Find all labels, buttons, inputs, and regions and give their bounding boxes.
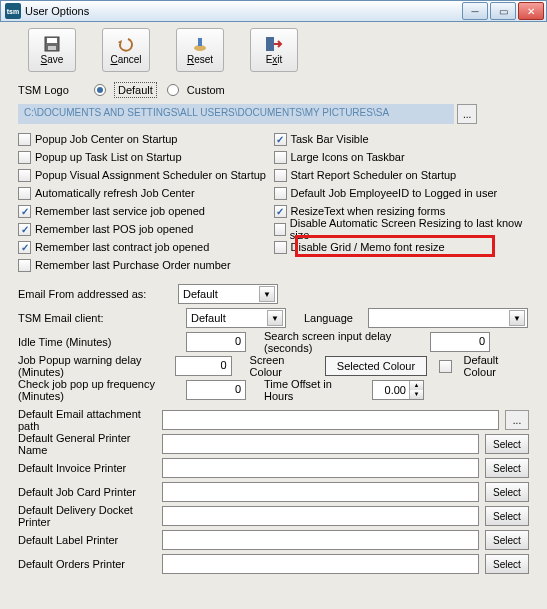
radio-custom-label: Custom	[187, 84, 225, 96]
chk-popup-jobcenter[interactable]	[18, 133, 31, 146]
chk-taskbar-visible[interactable]	[274, 133, 287, 146]
chk-disable-grid-resize[interactable]	[274, 241, 287, 254]
cancel-label: ancel	[118, 54, 142, 65]
chevron-down-icon: ▼	[509, 310, 525, 326]
printer-label-select[interactable]: Select	[485, 530, 529, 550]
chk-remember-contract[interactable]	[18, 241, 31, 254]
reset-icon	[190, 35, 210, 53]
printer-delivery-select[interactable]: Select	[485, 506, 529, 526]
radio-default[interactable]	[94, 84, 106, 96]
chk-remember-po[interactable]	[18, 259, 31, 272]
printer-orders-input[interactable]	[162, 554, 479, 574]
undo-icon	[116, 35, 136, 53]
printer-jobcard-input[interactable]	[162, 482, 479, 502]
chk-popup-tasklist[interactable]	[18, 151, 31, 164]
search-delay-label: Search screen input delay (seconds)	[264, 330, 422, 354]
minimize-button[interactable]: ─	[462, 2, 488, 20]
chk-remember-service-label: Remember last service job opened	[35, 205, 205, 217]
printer-label-input[interactable]	[162, 530, 479, 550]
save-icon	[42, 35, 62, 53]
chk-remember-po-label: Remember last Purchase Order number	[35, 259, 231, 271]
chk-disable-autoresize[interactable]	[274, 223, 286, 236]
chk-large-icons-label: Large Icons on Taskbar	[291, 151, 405, 163]
app-icon: tsm	[5, 3, 21, 19]
attach-browse-button[interactable]: ...	[505, 410, 529, 430]
printer-label-label: Default Label Printer	[18, 534, 162, 546]
printer-jobcard-select[interactable]: Select	[485, 482, 529, 502]
check-freq-input[interactable]: 0	[186, 380, 246, 400]
chevron-down-icon: ▼	[259, 286, 275, 302]
chk-popup-vas-label: Popup Visual Assignment Scheduler on Sta…	[35, 169, 266, 181]
printer-orders-label: Default Orders Printer	[18, 558, 162, 570]
exit-icon	[264, 35, 284, 53]
screen-colour-label: Screen Colour	[250, 354, 317, 378]
reset-button[interactable]: Reset	[176, 28, 224, 72]
svg-rect-2	[48, 46, 56, 50]
radio-default-label: Default	[114, 82, 157, 98]
chk-resize-text[interactable]	[274, 205, 287, 218]
search-delay-input[interactable]: 0	[430, 332, 490, 352]
email-from-combo[interactable]: Default▼	[178, 284, 278, 304]
window-title: User Options	[25, 5, 89, 17]
printer-delivery-label: Default Delivery Docket Printer	[18, 504, 162, 528]
time-offset-spinner[interactable]: 0.00 ▲▼	[372, 380, 424, 400]
close-button[interactable]: ✕	[518, 2, 544, 20]
printer-general-label: Default General Printer Name	[18, 432, 162, 456]
printer-jobcard-label: Default Job Card Printer	[18, 486, 162, 498]
save-button[interactable]: Save	[28, 28, 76, 72]
tsm-email-value: Default	[191, 312, 226, 324]
svg-rect-1	[47, 38, 57, 43]
chk-auto-refresh[interactable]	[18, 187, 31, 200]
chk-large-icons[interactable]	[274, 151, 287, 164]
save-label: ave	[47, 54, 63, 65]
exit-button[interactable]: Exit	[250, 28, 298, 72]
content-area: Save Cancel Reset Exit TSM Logo Default …	[0, 22, 547, 609]
time-offset-label: Time Offset in Hours	[264, 378, 364, 402]
title-bar: tsm User Options ─ ▭ ✕	[0, 0, 547, 22]
email-from-value: Default	[183, 288, 218, 300]
printer-orders-select[interactable]: Select	[485, 554, 529, 574]
tsm-email-combo[interactable]: Default▼	[186, 308, 286, 328]
job-popup-input[interactable]: 0	[175, 356, 232, 376]
language-label: Language	[304, 312, 360, 324]
radio-custom[interactable]	[167, 84, 179, 96]
printer-general-select[interactable]: Select	[485, 434, 529, 454]
language-combo[interactable]: ▼	[368, 308, 528, 328]
maximize-button[interactable]: ▭	[490, 2, 516, 20]
attach-path-input[interactable]	[162, 410, 499, 430]
reset-label: eset	[194, 54, 213, 65]
chk-default-employee-label: Default Job EmployeeID to Logged in user	[291, 187, 498, 199]
tsm-email-label: TSM Email client:	[18, 312, 178, 324]
tsm-logo-label: TSM Logo	[18, 84, 88, 96]
chevron-down-icon: ▼	[267, 310, 283, 326]
chk-default-colour[interactable]	[439, 360, 451, 373]
toolbar: Save Cancel Reset Exit	[18, 28, 529, 72]
chk-remember-contract-label: Remember last contract job opened	[35, 241, 209, 253]
printer-invoice-select[interactable]: Select	[485, 458, 529, 478]
chk-remember-service[interactable]	[18, 205, 31, 218]
chk-auto-refresh-label: Automatically refresh Job Center	[35, 187, 195, 199]
chk-default-employee[interactable]	[274, 187, 287, 200]
svg-rect-5	[266, 37, 274, 51]
chk-popup-tasklist-label: Popup up Task List on Startup	[35, 151, 182, 163]
svg-rect-4	[198, 38, 202, 46]
screen-colour-button[interactable]: Selected Colour	[325, 356, 428, 376]
chk-report-scheduler[interactable]	[274, 169, 287, 182]
idle-time-input[interactable]: 0	[186, 332, 246, 352]
printer-delivery-input[interactable]	[162, 506, 479, 526]
job-popup-label: Job Popup warning delay (Minutes)	[18, 354, 167, 378]
email-from-label: Email From addressed as:	[18, 288, 178, 300]
spin-up-icon[interactable]: ▲	[409, 381, 423, 390]
logo-path-row: C:\DOCUMENTS AND SETTINGS\ALL USERS\DOCU…	[18, 104, 529, 124]
cancel-button[interactable]: Cancel	[102, 28, 150, 72]
chk-taskbar-visible-label: Task Bar Visible	[291, 133, 369, 145]
chk-remember-pos[interactable]	[18, 223, 31, 236]
printer-invoice-input[interactable]	[162, 458, 479, 478]
chk-report-scheduler-label: Start Report Scheduler on Startup	[291, 169, 457, 181]
browse-logo-button[interactable]: ...	[457, 104, 477, 124]
logo-path-input[interactable]: C:\DOCUMENTS AND SETTINGS\ALL USERS\DOCU…	[18, 104, 454, 124]
spin-down-icon[interactable]: ▼	[409, 390, 423, 399]
chk-popup-vas[interactable]	[18, 169, 31, 182]
printer-invoice-label: Default Invoice Printer	[18, 462, 162, 474]
printer-general-input[interactable]	[162, 434, 479, 454]
